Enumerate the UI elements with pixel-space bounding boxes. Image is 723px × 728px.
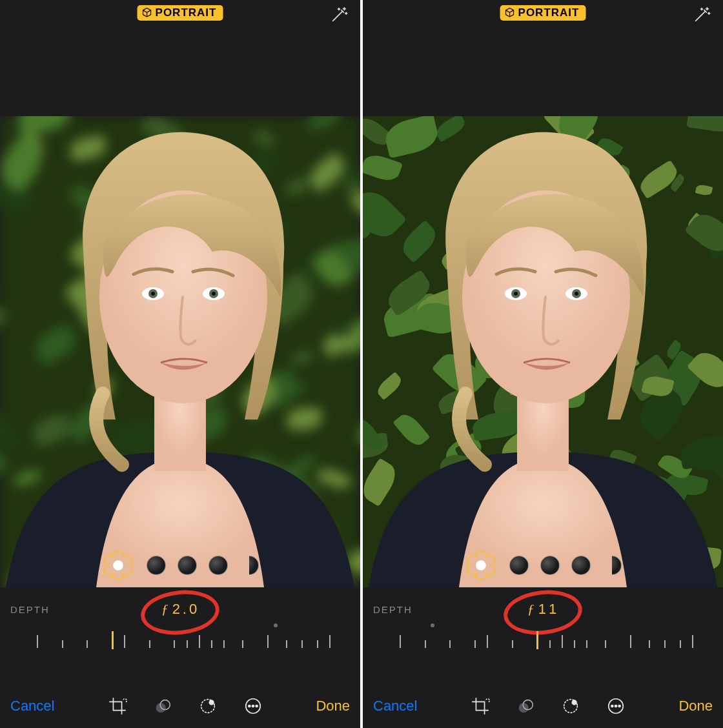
depth-control-row: DEPTH ƒ2.0 — [0, 591, 360, 627]
depth-label: DEPTH — [10, 604, 50, 615]
lighting-option[interactable] — [540, 556, 560, 575]
lighting-selected-natural[interactable] — [464, 549, 498, 582]
lighting-effects-row — [464, 549, 622, 582]
svg-point-21 — [249, 705, 250, 707]
more-tool-icon[interactable] — [606, 696, 626, 716]
depth-slider[interactable] — [387, 627, 698, 653]
svg-point-11 — [122, 573, 124, 575]
photo-preview[interactable] — [363, 116, 723, 587]
svg-point-4 — [151, 292, 155, 296]
portrait-badge-label: PORTRAIT — [156, 6, 217, 19]
f-stop-value: ƒ2.0 — [161, 601, 200, 618]
lighting-option[interactable] — [571, 556, 591, 575]
svg-point-39 — [485, 556, 487, 558]
editor-pane: PORTRAIT — [360, 0, 723, 728]
svg-point-35 — [485, 573, 487, 575]
svg-point-23 — [256, 705, 258, 707]
lighting-selected-natural[interactable] — [101, 549, 135, 582]
crop-tool-icon[interactable] — [108, 696, 127, 716]
cancel-button[interactable]: Cancel — [373, 698, 417, 714]
lighting-option[interactable] — [239, 556, 259, 575]
photo-preview[interactable] — [0, 116, 360, 587]
portrait-badge-label: PORTRAIT — [518, 6, 580, 19]
svg-point-22 — [252, 705, 254, 707]
auto-enhance-button[interactable] — [329, 5, 349, 27]
depth-control-row: DEPTH ƒ11 — [363, 591, 723, 627]
lighting-option[interactable] — [602, 556, 622, 575]
more-tool-icon[interactable] — [243, 696, 263, 716]
svg-point-45 — [611, 705, 613, 707]
lighting-option[interactable] — [178, 556, 197, 575]
svg-point-28 — [514, 292, 518, 296]
portrait-mode-badge[interactable]: PORTRAIT — [137, 5, 223, 21]
done-button[interactable]: Done — [316, 698, 350, 714]
bottom-toolbar: Cancel Done — [0, 684, 360, 728]
svg-point-13 — [107, 564, 109, 566]
svg-point-38 — [475, 556, 477, 558]
svg-point-33 — [476, 560, 486, 571]
svg-point-46 — [615, 705, 616, 707]
svg-point-37 — [470, 564, 472, 566]
svg-point-36 — [475, 573, 477, 575]
filters-tool-icon[interactable] — [516, 696, 535, 716]
done-button[interactable]: Done — [678, 698, 713, 714]
svg-point-31 — [575, 292, 578, 296]
svg-point-10 — [127, 564, 129, 566]
filters-tool-icon[interactable] — [153, 696, 172, 716]
depth-slider[interactable] — [25, 627, 336, 653]
svg-point-34 — [490, 564, 492, 566]
bottom-toolbar: Cancel Done — [363, 684, 723, 728]
svg-point-15 — [122, 556, 124, 558]
svg-point-47 — [618, 705, 620, 707]
svg-point-19 — [209, 700, 214, 705]
editor-pane: PORTRAIT — [0, 0, 360, 728]
svg-point-12 — [112, 573, 114, 575]
lighting-effects-row — [101, 549, 259, 582]
lighting-option[interactable] — [209, 556, 228, 575]
svg-point-14 — [112, 556, 114, 558]
f-stop-value: ƒ11 — [527, 601, 559, 618]
lighting-option[interactable] — [509, 556, 529, 575]
adjust-tool-icon[interactable] — [198, 696, 218, 716]
svg-point-9 — [113, 560, 123, 571]
crop-tool-icon[interactable] — [471, 696, 490, 716]
portrait-mode-badge[interactable]: PORTRAIT — [500, 5, 586, 21]
top-bar: PORTRAIT — [363, 0, 723, 116]
adjust-tool-icon[interactable] — [561, 696, 580, 716]
auto-enhance-button[interactable] — [692, 5, 711, 27]
svg-point-7 — [212, 292, 216, 296]
svg-point-43 — [572, 700, 576, 705]
lighting-option[interactable] — [147, 556, 166, 575]
depth-label: DEPTH — [373, 604, 412, 615]
cancel-button[interactable]: Cancel — [10, 698, 54, 714]
top-bar: PORTRAIT — [0, 0, 360, 116]
